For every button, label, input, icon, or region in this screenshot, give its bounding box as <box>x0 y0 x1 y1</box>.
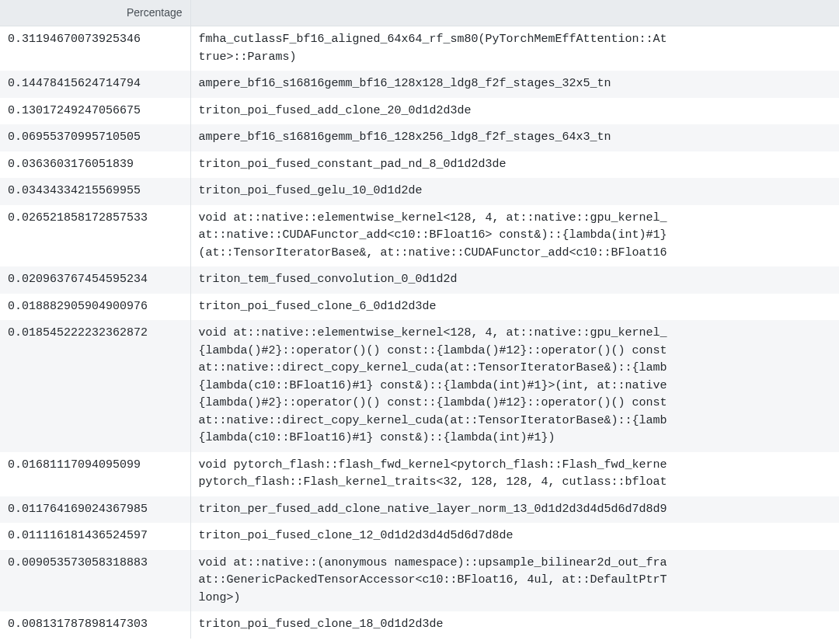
table-row[interactable]: 0.008131787898147303triton_poi_fused_clo… <box>0 611 839 639</box>
table-row[interactable]: 0.020963767454595234triton_tem_fused_con… <box>0 266 839 294</box>
kernel-name-cell: void at::native::elementwise_kernel<128,… <box>190 205 839 267</box>
table-row[interactable]: 0.31194670073925346fmha_cutlassF_bf16_al… <box>0 26 839 71</box>
table-row[interactable]: 0.06955370995710505ampere_bf16_s16816gem… <box>0 124 839 151</box>
percentage-cell: 0.009053573058318883 <box>0 550 190 612</box>
percentage-cell: 0.008131787898147303 <box>0 611 190 639</box>
table-row[interactable]: 0.018882905904900976triton_poi_fused_clo… <box>0 294 839 321</box>
kernel-name-cell: triton_poi_fused_add_clone_20_0d1d2d3de <box>190 98 839 125</box>
kernel-name-cell: ampere_bf16_s16816gemm_bf16_128x128_ldg8… <box>190 71 839 98</box>
kernel-name-cell: triton_poi_fused_constant_pad_nd_8_0d1d2… <box>190 151 839 179</box>
table-row[interactable]: 0.14478415624714794ampere_bf16_s16816gem… <box>0 71 839 98</box>
kernel-name-cell: triton_tem_fused_convolution_0_0d1d2d <box>190 266 839 294</box>
table-row[interactable]: 0.01681117094095099void pytorch_flash::f… <box>0 452 839 496</box>
kernel-name-cell: void at::native::(anonymous namespace)::… <box>190 550 839 612</box>
kernel-name-cell: ampere_bf16_s16816gemm_bf16_128x256_ldg8… <box>190 124 839 151</box>
column-header-kernel[interactable] <box>190 0 839 26</box>
table-row[interactable]: 0.018545222232362872void at::native::ele… <box>0 320 839 452</box>
column-header-percentage[interactable]: Percentage <box>0 0 190 26</box>
percentage-cell: 0.03434334215569955 <box>0 178 190 205</box>
percentage-cell: 0.011116181436524597 <box>0 523 190 550</box>
table-header-row: Percentage <box>0 0 839 26</box>
kernel-name-cell: void pytorch_flash::flash_fwd_kernel<pyt… <box>190 452 839 496</box>
kernel-name-cell: triton_per_fused_add_clone_native_layer_… <box>190 496 839 524</box>
table-row[interactable]: 0.0363603176051839triton_poi_fused_const… <box>0 151 839 179</box>
kernel-name-cell: fmha_cutlassF_bf16_aligned_64x64_rf_sm80… <box>190 26 839 71</box>
table-row[interactable]: 0.009053573058318883void at::native::(an… <box>0 550 839 612</box>
percentage-cell: 0.011764169024367985 <box>0 496 190 524</box>
table-row[interactable]: 0.13017249247056675triton_poi_fused_add_… <box>0 98 839 125</box>
table-row[interactable]: 0.026521858172857533void at::native::ele… <box>0 205 839 267</box>
kernel-name-cell: triton_poi_fused_clone_18_0d1d2d3de <box>190 611 839 639</box>
percentage-cell: 0.0363603176051839 <box>0 151 190 179</box>
percentage-cell: 0.13017249247056675 <box>0 98 190 125</box>
table-body: 0.31194670073925346fmha_cutlassF_bf16_al… <box>0 26 839 639</box>
kernel-name-cell: void at::native::elementwise_kernel<128,… <box>190 320 839 452</box>
percentage-cell: 0.026521858172857533 <box>0 205 190 267</box>
table-row[interactable]: 0.011116181436524597triton_poi_fused_clo… <box>0 523 839 550</box>
table-row[interactable]: 0.03434334215569955triton_poi_fused_gelu… <box>0 178 839 205</box>
kernel-percentage-table: Percentage 0.31194670073925346fmha_cutla… <box>0 0 839 639</box>
kernel-name-cell: triton_poi_fused_gelu_10_0d1d2de <box>190 178 839 205</box>
percentage-cell: 0.018882905904900976 <box>0 294 190 321</box>
kernel-name-cell: triton_poi_fused_clone_6_0d1d2d3de <box>190 294 839 321</box>
percentage-cell: 0.14478415624714794 <box>0 71 190 98</box>
percentage-cell: 0.31194670073925346 <box>0 26 190 71</box>
percentage-cell: 0.06955370995710505 <box>0 124 190 151</box>
percentage-cell: 0.020963767454595234 <box>0 266 190 294</box>
percentage-cell: 0.01681117094095099 <box>0 452 190 496</box>
kernel-name-cell: triton_poi_fused_clone_12_0d1d2d3d4d5d6d… <box>190 523 839 550</box>
table-row[interactable]: 0.011764169024367985triton_per_fused_add… <box>0 496 839 524</box>
percentage-cell: 0.018545222232362872 <box>0 320 190 452</box>
profiler-table: Percentage 0.31194670073925346fmha_cutla… <box>0 0 839 639</box>
